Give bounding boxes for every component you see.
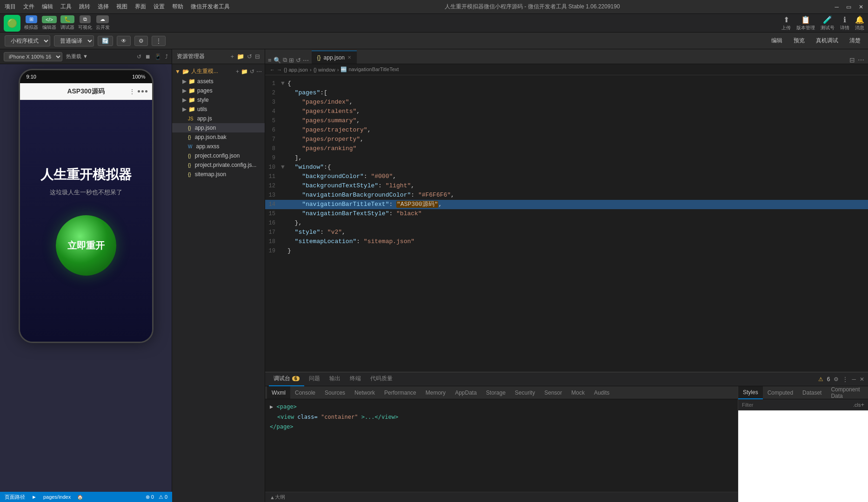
- tab-appjson-close[interactable]: ✕: [347, 55, 351, 60]
- devtools-more-icon[interactable]: ⋮: [842, 376, 848, 383]
- file-sitemap[interactable]: {} sitemap.json: [172, 170, 265, 179]
- preview-btn[interactable]: 👁: [117, 36, 131, 46]
- folder-style[interactable]: ▶ 📁 style: [172, 95, 265, 105]
- device-select[interactable]: iPhone X 100% 16: [4, 52, 62, 61]
- new-folder-icon[interactable]: 📁: [237, 53, 244, 60]
- program-mode-select[interactable]: 小程序模式: [5, 35, 50, 46]
- more-tree-icon[interactable]: ⋯: [256, 68, 262, 75]
- hotload-btn[interactable]: 热重载 ▼: [66, 53, 88, 60]
- inner-tab-memory[interactable]: Memory: [421, 386, 450, 399]
- menu-item-file[interactable]: 文件: [23, 3, 34, 11]
- tab-menu-icon[interactable]: ≡: [268, 57, 272, 64]
- clear-tab[interactable]: 清楚: [847, 36, 863, 46]
- phone-share-btn[interactable]: ⋮: [129, 88, 135, 95]
- styles-filter-input[interactable]: [742, 402, 853, 408]
- editor-btn[interactable]: </>: [42, 16, 57, 23]
- minimize-button[interactable]: ─: [835, 4, 839, 10]
- file-projectprivate[interactable]: {} project.private.config.js...: [172, 160, 265, 170]
- maximize-button[interactable]: ▭: [846, 4, 851, 10]
- computed-tab[interactable]: Computed: [763, 386, 798, 399]
- sim-device-icon[interactable]: 📱: [154, 53, 161, 60]
- inner-tab-console[interactable]: Console: [290, 386, 320, 399]
- close-button[interactable]: ✕: [859, 4, 863, 10]
- settings-btn[interactable]: ⚙: [134, 36, 148, 46]
- collapse-icon[interactable]: ⊟: [255, 53, 260, 60]
- message-icon[interactable]: 🔔: [855, 15, 864, 24]
- editor-split-icon[interactable]: ⊟: [849, 56, 855, 64]
- expand-icon[interactable]: ▶: [270, 403, 276, 410]
- menu-item-settings[interactable]: 设置: [154, 3, 165, 11]
- add-style-icon[interactable]: +: [861, 401, 864, 408]
- dataset-tab[interactable]: Dataset: [798, 386, 826, 399]
- preview-tab[interactable]: 预览: [791, 36, 808, 46]
- tab-split-icon[interactable]: ⧉: [283, 56, 287, 64]
- upload-icon[interactable]: ⬆: [783, 15, 789, 24]
- visual-btn[interactable]: ⧉: [80, 15, 91, 23]
- file-appwxss[interactable]: W app.wxss: [172, 142, 265, 151]
- devtools-tab-terminal[interactable]: 终端: [345, 372, 366, 386]
- inner-tab-audits[interactable]: Audits: [589, 386, 614, 399]
- new-file-icon[interactable]: +: [230, 53, 234, 60]
- menu-item-select[interactable]: 选择: [98, 3, 109, 11]
- details-icon[interactable]: ℹ: [843, 15, 846, 24]
- breadcrumb-file[interactable]: {} app.json: [284, 67, 308, 73]
- inner-tab-security[interactable]: Security: [510, 386, 540, 399]
- menu-item-project[interactable]: 项目: [5, 3, 16, 11]
- styles-tab[interactable]: Styles: [738, 386, 763, 399]
- window-controls[interactable]: ─ ▭ ✕: [835, 4, 863, 10]
- menu-item-jump[interactable]: 跳转: [79, 3, 90, 11]
- menu-item-tools[interactable]: 工具: [60, 3, 72, 11]
- file-projectconfig[interactable]: {} project.config.json: [172, 151, 265, 160]
- version-icon[interactable]: 📋: [801, 15, 810, 24]
- debugger-btn[interactable]: 🐛: [60, 15, 74, 23]
- inner-tab-mock[interactable]: Mock: [567, 386, 589, 399]
- inner-tab-wxml[interactable]: Wxml: [267, 386, 290, 399]
- component-data-tab[interactable]: Component Data: [826, 386, 868, 399]
- folder-pages[interactable]: ▶ 📁 pages: [172, 86, 265, 95]
- menu-item-view[interactable]: 视图: [116, 3, 127, 11]
- tab-more-icon[interactable]: ⋯: [303, 57, 309, 64]
- add-icon[interactable]: +: [236, 68, 239, 75]
- menu-item-help[interactable]: 帮助: [172, 3, 183, 11]
- devtools-minimize-icon[interactable]: ─: [852, 376, 856, 383]
- sim-share-icon[interactable]: ⤴: [165, 53, 168, 60]
- phone-restart-button[interactable]: 立即重开: [56, 215, 116, 276]
- menu-item-interface[interactable]: 界面: [135, 3, 146, 11]
- inner-tab-sources[interactable]: Sources: [320, 386, 350, 399]
- more-btn[interactable]: ⋮: [152, 36, 166, 46]
- realdevice-tab[interactable]: 真机调试: [813, 36, 841, 46]
- breadcrumb-nav[interactable]: 🔤 navigationBarTitleText: [341, 66, 399, 73]
- code-editor[interactable]: 1 ▼ { 2 "pages":[ 3 "pages/index", 4: [265, 75, 868, 372]
- tab-appjson[interactable]: {} app.json ✕: [312, 51, 357, 64]
- tab-search-icon[interactable]: 🔍: [274, 57, 281, 64]
- breadcrumb-window[interactable]: {} window: [314, 67, 335, 73]
- folder-assets[interactable]: ▶ 📁 assets: [172, 77, 265, 86]
- devtools-tab-output[interactable]: 输出: [325, 372, 345, 386]
- refresh-icon[interactable]: ↺: [247, 53, 252, 60]
- tab-layout-icon[interactable]: ⊞: [289, 57, 294, 64]
- file-appjsonbak[interactable]: {} app.json.bak: [172, 132, 265, 142]
- root-folder[interactable]: ▼ 📂 人生重模... + 📁 ↺ ⋯: [172, 66, 265, 77]
- devtools-tab-quality[interactable]: 代码质量: [366, 372, 397, 386]
- file-appjson[interactable]: {} app.json: [172, 123, 265, 132]
- refresh-btn[interactable]: 🔄: [98, 36, 113, 46]
- devtools-close-icon[interactable]: ✕: [860, 376, 864, 383]
- folder-utils[interactable]: ▶ 📁 utils: [172, 105, 265, 114]
- breadcrumb-forward-icon[interactable]: →: [277, 67, 282, 73]
- editor-more-icon[interactable]: ⋯: [858, 56, 864, 64]
- inner-tab-performance[interactable]: Performance: [380, 386, 421, 399]
- inner-tab-sensor[interactable]: Sensor: [540, 386, 567, 399]
- breadcrumb-back-icon[interactable]: ←: [270, 67, 275, 73]
- inner-tab-network[interactable]: Network: [350, 386, 380, 399]
- file-appjs[interactable]: JS app.js: [172, 114, 265, 123]
- cloud-btn[interactable]: ☁: [96, 15, 109, 23]
- folder-add-icon[interactable]: 📁: [241, 68, 248, 75]
- edit-tab[interactable]: 编辑: [768, 36, 785, 46]
- sim-stop-icon[interactable]: ⏹: [145, 53, 151, 60]
- inner-tab-appdata[interactable]: AppData: [450, 386, 481, 399]
- refresh-tree-icon[interactable]: ↺: [250, 68, 254, 75]
- devtools-tab-console[interactable]: 调试台 6: [269, 372, 304, 386]
- sim-refresh-icon[interactable]: ↺: [137, 53, 141, 60]
- devtools-settings-icon[interactable]: ⚙: [834, 376, 839, 383]
- inner-tab-storage[interactable]: Storage: [481, 386, 510, 399]
